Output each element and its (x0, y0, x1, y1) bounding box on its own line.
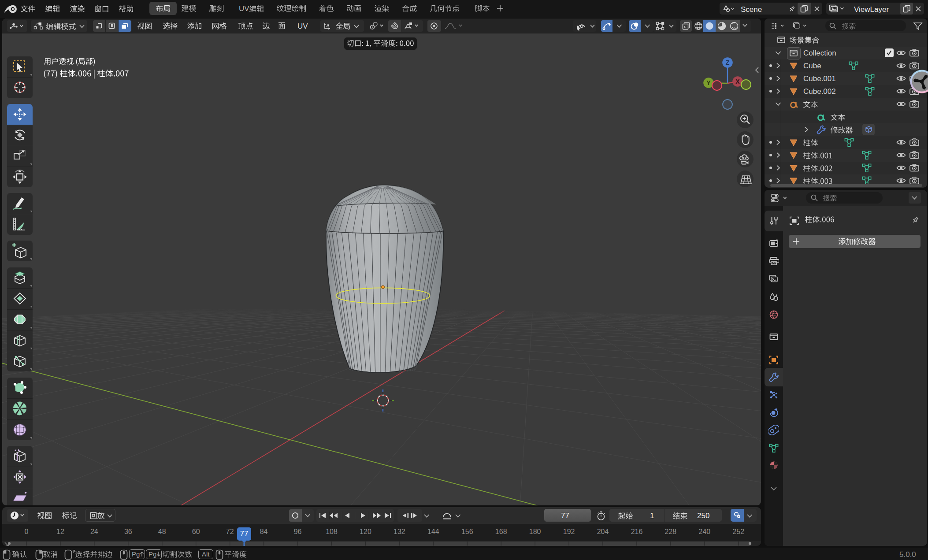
svg-text:Y: Y (706, 79, 711, 86)
svg-text:77: 77 (240, 530, 248, 538)
svg-text:Z: Z (726, 59, 730, 66)
svg-text:X: X (735, 78, 740, 85)
